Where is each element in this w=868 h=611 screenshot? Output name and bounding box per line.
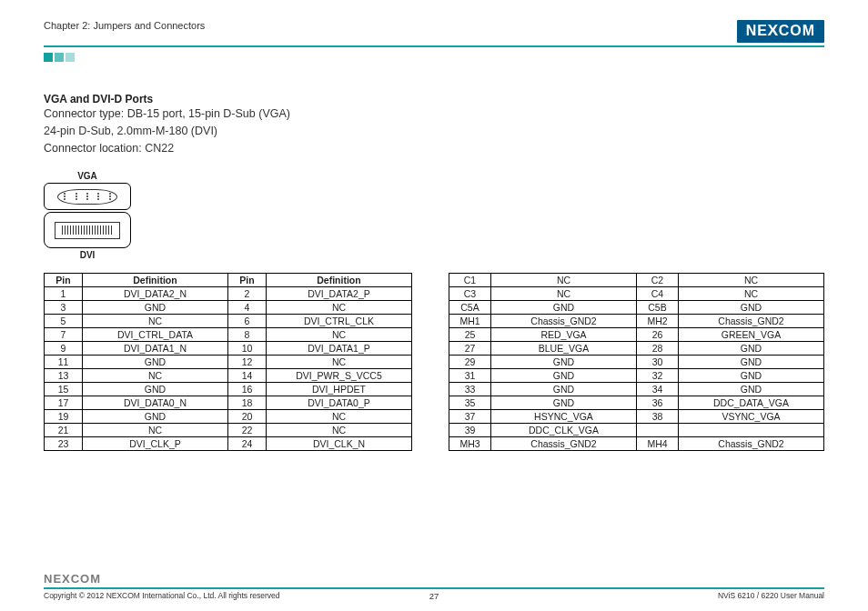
pin-table-right: C1NCC2NCC3NCC4NCC5AGNDC5BGNDMH1Chassis_G… <box>449 273 824 451</box>
connector-type-line2: 24-pin D-Sub, 2.0mm-M-180 (DVI) <box>44 123 824 140</box>
footer-brand: NEXCOM <box>44 572 824 586</box>
manual-name: NViS 6210 / 6220 User Manual <box>718 591 824 600</box>
page-number: 27 <box>429 591 439 601</box>
table-row: 39DDC_CLK_VGA <box>449 424 824 437</box>
pin-table-left: PinDefinitionPinDefinition 1DVI_DATA2_N2… <box>44 273 412 451</box>
table-row: 37HSYNC_VGA38VSYNC_VGA <box>449 410 824 424</box>
connector-type-line: Connector type: DB-15 port, 15-pin D-Sub… <box>44 105 824 123</box>
table-row: 23DVI_CLK_P24DVI_CLK_N <box>45 437 412 451</box>
decor-squares <box>44 53 824 62</box>
footer-divider <box>44 587 824 589</box>
table-row: C1NCC2NC <box>449 274 824 287</box>
table-row: C5AGNDC5BGND <box>449 301 824 315</box>
brand-logo: NEXCOM <box>737 20 824 43</box>
table-row: 5NC6DVI_CTRL_CLK <box>45 315 412 328</box>
col-header: Definition <box>267 274 412 287</box>
vga-label: VGA <box>44 171 131 181</box>
connector-diagram: VGA DVI <box>44 171 131 260</box>
table-row: 11GND12NC <box>45 356 412 369</box>
table-row: 31GND32GND <box>449 369 824 383</box>
chapter-title: Chapter 2: Jumpers and Connectors <box>44 20 205 31</box>
col-header: Pin <box>45 274 83 287</box>
connector-location-line: Connector location: CN22 <box>44 140 824 157</box>
table-row: 27BLUE_VGA28GND <box>449 342 824 356</box>
table-row: 9DVI_DATA1_N10DVI_DATA1_P <box>45 342 412 356</box>
table-row: 17DVI_DATA0_N18DVI_DATA0_P <box>45 396 412 410</box>
table-row: 3GND4NC <box>45 301 412 315</box>
dvi-port-icon <box>44 212 131 248</box>
table-row: 1DVI_DATA2_N2DVI_DATA2_P <box>45 287 412 301</box>
table-row: C3NCC4NC <box>449 287 824 301</box>
section-heading: VGA and DVI-D Ports <box>44 93 824 105</box>
col-header: Pin <box>228 274 267 287</box>
table-row: MH1Chassis_GND2MH2Chassis_GND2 <box>449 315 824 328</box>
table-row: MH3Chassis_GND2MH4Chassis_GND2 <box>449 437 824 451</box>
table-row: 13NC14DVI_PWR_S_VCC5 <box>45 369 412 383</box>
table-row: 19GND20NC <box>45 410 412 424</box>
col-header: Definition <box>83 274 228 287</box>
vga-port-icon <box>44 183 131 210</box>
table-row: 21NC22NC <box>45 424 412 437</box>
table-row: 25RED_VGA26GREEN_VGA <box>449 328 824 342</box>
table-row: 15GND16DVI_HPDET <box>45 383 412 396</box>
header-divider <box>44 45 824 47</box>
table-row: 7DVI_CTRL_DATA8NC <box>45 328 412 342</box>
dvi-label: DVI <box>44 250 131 260</box>
table-row: 33GND34GND <box>449 383 824 396</box>
copyright-text: Copyright © 2012 NEXCOM International Co… <box>44 591 280 600</box>
table-row: 29GND30GND <box>449 356 824 369</box>
table-row: 35GND36DDC_DATA_VGA <box>449 396 824 410</box>
